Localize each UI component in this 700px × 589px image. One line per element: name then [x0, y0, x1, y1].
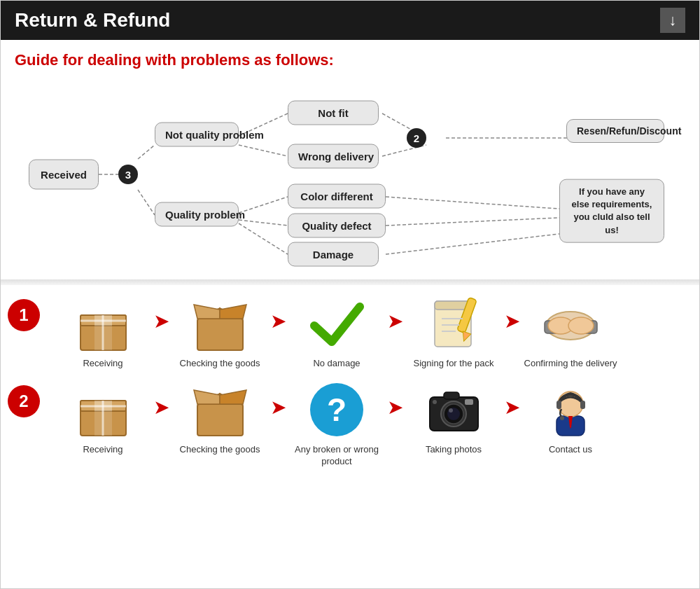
- step1-checking: Checking the goods: [164, 292, 276, 370]
- not-fit-box: Not fit: [288, 100, 379, 125]
- flowchart: Received 3 Not quality problem Quality p…: [15, 83, 685, 265]
- step1-signing: Signing for the pack: [398, 292, 510, 370]
- quality-problem-box: Quality problem: [155, 202, 239, 227]
- svg-line-11: [386, 197, 589, 211]
- camera-icon: [419, 378, 489, 441]
- step2-broken-label: Any broken or wrong product: [281, 444, 393, 468]
- step2-checking: Checking the goods: [164, 378, 276, 456]
- resen-refund-box: Resen/Refun/Discount: [566, 119, 664, 143]
- step2-broken: ? Any broken or wrong product: [281, 378, 393, 468]
- svg-point-55: [433, 400, 437, 404]
- svg-marker-23: [194, 305, 220, 319]
- quality-defect-box: Quality defect: [288, 213, 386, 237]
- flowchart-section: Received 3 Not quality problem Quality p…: [1, 76, 699, 279]
- step-2-number: 2: [8, 385, 40, 417]
- step2-receiving-label: Receiving: [83, 444, 122, 456]
- checkmark-icon: [302, 292, 372, 355]
- box-closed-icon: [68, 292, 138, 355]
- damage-box: Damage: [288, 242, 379, 267]
- step-2-items: Receiving ➤ Checking the goods: [47, 378, 692, 468]
- step2-contact-label: Contact us: [549, 444, 592, 456]
- svg-rect-43: [197, 404, 243, 436]
- svg-line-13: [386, 230, 589, 254]
- step-1-row: 1 Re: [8, 292, 692, 370]
- svg-rect-54: [465, 399, 473, 405]
- main-container: Return & Refund ↓ Guide for dealing with…: [0, 0, 700, 589]
- svg-rect-53: [444, 392, 459, 399]
- svg-rect-59: [580, 401, 585, 409]
- wrong-delivery-box: Wrong delivery: [288, 144, 379, 169]
- svg-marker-24: [220, 305, 246, 319]
- step-1-number: 1: [8, 299, 40, 331]
- received-box: Received: [29, 160, 99, 190]
- svg-marker-46: [194, 390, 220, 404]
- step1-checking-label: Checking the goods: [180, 358, 260, 370]
- svg-point-36: [568, 317, 594, 334]
- step1-receiving-label: Receiving: [83, 358, 122, 370]
- svg-line-5: [239, 197, 288, 213]
- svg-line-2: [138, 190, 155, 215]
- svg-line-7: [239, 223, 288, 254]
- svg-line-1: [138, 145, 155, 159]
- step2-photos-label: Taking photos: [426, 444, 482, 456]
- step2-receiving: Receiving: [47, 378, 159, 456]
- header-arrow: ↓: [660, 8, 685, 33]
- step1-confirming: Confirming the delivery: [514, 292, 626, 370]
- step2-checking-label: Checking the goods: [180, 444, 260, 456]
- guide-text: Guide for dealing with problems as follo…: [1, 40, 699, 76]
- step1-confirming-label: Confirming the delivery: [524, 358, 617, 370]
- steps-section: 1 Re: [1, 285, 699, 480]
- svg-rect-20: [197, 319, 243, 350]
- person-headset-icon: [536, 378, 606, 441]
- question-mark-icon: ?: [302, 378, 372, 441]
- box-open-2-icon: [185, 378, 255, 441]
- header-title: Return & Refund: [15, 9, 170, 32]
- not-quality-box: Not quality problem: [155, 122, 239, 146]
- circle-3-badge: 3: [118, 165, 138, 184]
- circle-2-badge: 2: [407, 128, 426, 148]
- svg-line-6: [239, 220, 288, 226]
- box-closed-2-icon: [68, 378, 138, 441]
- step1-signing-label: Signing for the pack: [414, 358, 494, 370]
- svg-point-52: [449, 408, 453, 413]
- svg-rect-58: [556, 401, 561, 409]
- step-2-row: 2 Receiving: [8, 378, 692, 468]
- step1-nodamage-label: No damage: [313, 358, 360, 370]
- step1-nodamage: No damage: [281, 292, 393, 370]
- color-different-box: Color different: [288, 184, 386, 209]
- step-1-items: Receiving ➤ Che: [47, 292, 692, 370]
- step2-photos: Taking photos: [398, 378, 510, 456]
- step2-contact: Contact us: [514, 378, 626, 456]
- any-else-box: If you have any else requirements, you c…: [559, 179, 664, 243]
- step1-receiving: Receiving: [47, 292, 159, 370]
- divider: [1, 279, 699, 285]
- handshake-icon: [536, 292, 606, 355]
- svg-point-60: [560, 416, 564, 420]
- pencil-paper-icon: [419, 292, 489, 355]
- svg-marker-47: [220, 390, 246, 404]
- box-open-icon: [185, 292, 255, 355]
- header: Return & Refund ↓: [1, 1, 699, 40]
- svg-line-4: [239, 145, 288, 156]
- svg-line-12: [386, 216, 589, 226]
